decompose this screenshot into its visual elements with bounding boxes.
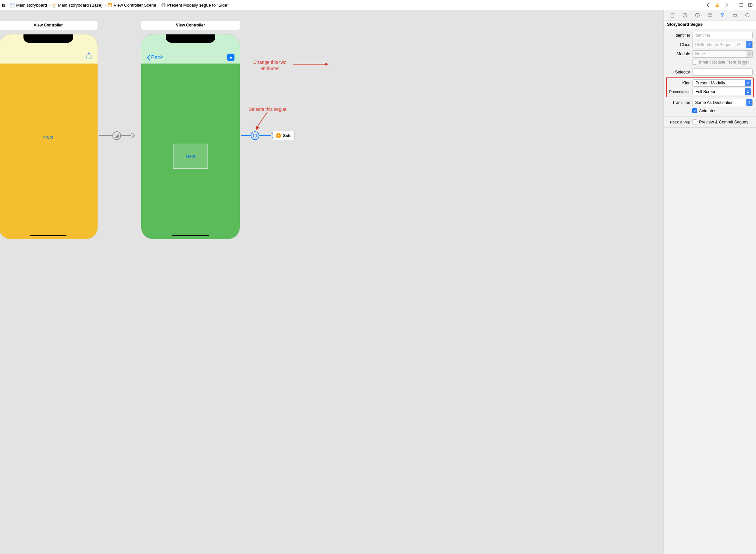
- animates-label: Animates: [699, 109, 716, 113]
- animates-checkbox[interactable]: [692, 108, 697, 113]
- scene-icon: [108, 3, 113, 8]
- selector-label: Selector: [667, 70, 690, 74]
- breadcrumb-item[interactable]: Main.storyboard (Base): [52, 3, 103, 8]
- adjust-editor-button[interactable]: [747, 1, 754, 9]
- vc-icon: [276, 133, 281, 138]
- svg-marker-22: [325, 63, 329, 66]
- present-modally-segue-icon: [251, 131, 259, 140]
- next-button[interactable]: Next: [43, 134, 54, 140]
- warning-icon[interactable]: [714, 1, 721, 9]
- segue-present-modally[interactable]: [241, 131, 276, 140]
- breadcrumb: ls › Main.storyboard › Main.storyboard (…: [2, 3, 704, 8]
- breadcrumb-item[interactable]: Present Modally segue to "Side": [161, 3, 229, 8]
- kind-label: Kind: [668, 81, 691, 86]
- svg-rect-14: [749, 3, 752, 7]
- file-inspector-tab[interactable]: [667, 10, 678, 20]
- share-icon[interactable]: [86, 52, 92, 61]
- scene-title-bar[interactable]: View Controller: [0, 20, 98, 30]
- svg-rect-17: [115, 134, 118, 137]
- transition-select[interactable]: Same As Destination: [692, 99, 753, 106]
- storyboard-canvas[interactable]: View Controller Next: [0, 10, 664, 554]
- size-inspector-tab[interactable]: [729, 10, 741, 20]
- stepper-icon[interactable]: [746, 51, 752, 57]
- nav-forward-button[interactable]: [723, 1, 730, 9]
- crumb-label: View Controller Scene: [114, 3, 156, 8]
- transition-label: Transition: [667, 100, 690, 105]
- toolbar-right: [704, 1, 754, 9]
- selector-field[interactable]: [692, 68, 753, 76]
- svg-rect-4: [53, 3, 56, 6]
- device-frame: Back Next: [141, 34, 240, 239]
- stepper-icon[interactable]: [745, 80, 751, 87]
- inspector-section-title: Storyboard Segue: [664, 20, 756, 29]
- arrowhead-icon: [131, 133, 136, 138]
- svg-rect-28: [708, 14, 712, 17]
- help-inspector-tab[interactable]: ?: [692, 10, 703, 20]
- class-value: UIStoryboardSegue: [694, 42, 732, 47]
- device-frame: Next: [0, 34, 98, 239]
- nav-back-button[interactable]: [704, 1, 712, 9]
- svg-rect-18: [116, 135, 118, 137]
- module-select[interactable]: None: [692, 50, 753, 58]
- preview-commit-checkbox[interactable]: [692, 119, 697, 124]
- next-button[interactable]: Next: [186, 154, 195, 159]
- presentation-label: Presentation: [668, 90, 691, 94]
- stepper-icon[interactable]: [745, 88, 751, 95]
- presentation-select[interactable]: Full Screen: [693, 88, 751, 95]
- svg-rect-10: [717, 6, 717, 6]
- back-label: Back: [151, 55, 163, 61]
- annotation-arrow-icon: [293, 62, 329, 66]
- svg-rect-9: [717, 4, 717, 6]
- vc-chip-label: Side: [283, 133, 291, 138]
- chevron-right-icon: ›: [6, 3, 8, 8]
- outline-toggle-button[interactable]: [738, 1, 745, 9]
- inherit-module-label: Inherit Module From Target: [699, 60, 749, 64]
- back-button[interactable]: Back: [146, 54, 163, 61]
- top-toolbar: ls › Main.storyboard › Main.storyboard (…: [0, 0, 756, 10]
- container-view[interactable]: Next: [173, 144, 208, 169]
- scene-view-controller-2[interactable]: View Controller Back Next: [141, 20, 240, 239]
- breadcrumb-item[interactable]: ls: [2, 3, 5, 8]
- kind-value: Present Modally: [695, 81, 725, 86]
- vc-reference-chip[interactable]: Side: [272, 131, 295, 140]
- annotation-change-attributes: Change this two attributes: [253, 59, 287, 72]
- class-select[interactable]: UIStoryboardSegue: [692, 41, 753, 48]
- chevron-right-icon: ›: [104, 3, 106, 8]
- stepper-icon[interactable]: [746, 41, 752, 48]
- device-notch: [166, 35, 215, 43]
- device-notch: [23, 35, 73, 43]
- inherit-module-checkbox[interactable]: [692, 60, 697, 64]
- highlighted-attributes-box: Kind Present Modally P: [666, 77, 754, 97]
- svg-rect-2: [11, 4, 13, 5]
- segue-icon: [161, 3, 166, 8]
- svg-rect-8: [163, 4, 164, 6]
- connections-inspector-tab[interactable]: →: [742, 10, 753, 20]
- attributes-inspector-tab[interactable]: [716, 10, 728, 20]
- home-indicator: [172, 235, 209, 236]
- download-icon[interactable]: [227, 54, 235, 61]
- breadcrumb-item[interactable]: View Controller Scene: [108, 3, 156, 8]
- class-jump-icon[interactable]: [736, 41, 742, 48]
- svg-rect-5: [108, 3, 112, 7]
- svg-rect-19: [254, 134, 256, 137]
- storyboard-file-icon: [10, 3, 15, 8]
- crumb-label: Main.storyboard: [16, 3, 47, 8]
- segue-embed[interactable]: [99, 131, 136, 140]
- breadcrumb-item[interactable]: Main.storyboard: [10, 3, 47, 8]
- module-label: Module: [667, 52, 690, 56]
- presentation-value: Full Screen: [695, 89, 716, 94]
- svg-text:?: ?: [696, 14, 698, 17]
- identity-inspector-tab[interactable]: [704, 10, 716, 20]
- crumb-label: ls: [2, 3, 5, 8]
- stepper-icon[interactable]: [746, 99, 752, 106]
- annotation-select-segue: Selecte this segue: [249, 106, 287, 113]
- identifier-field[interactable]: [692, 32, 753, 39]
- annotation-arrow-icon: [255, 112, 271, 131]
- scene-view-controller-1[interactable]: View Controller Next: [0, 20, 98, 239]
- peek-pop-label: Peek & Pop: [667, 120, 690, 124]
- history-inspector-tab[interactable]: [679, 10, 691, 20]
- scene-title-bar[interactable]: View Controller: [141, 20, 240, 30]
- chevron-right-icon: ›: [48, 3, 50, 8]
- kind-select[interactable]: Present Modally: [693, 79, 751, 87]
- class-label: Class: [667, 42, 690, 47]
